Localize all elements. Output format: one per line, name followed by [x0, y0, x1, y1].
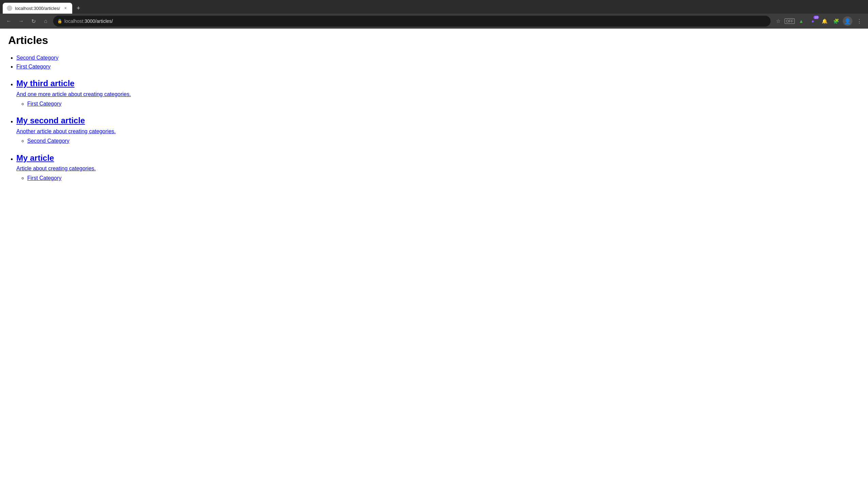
categories-list: Second Category First Category	[8, 53, 298, 71]
tab-favicon	[7, 5, 12, 11]
ext-off-icon: OFF	[785, 18, 795, 24]
extensions-icon: 🧩	[833, 18, 839, 24]
article-categories: First Category	[16, 174, 298, 183]
ext-badge-icon: ●	[811, 18, 814, 24]
badge-count: 10	[813, 16, 819, 19]
reload-button[interactable]: ↻	[29, 16, 38, 26]
star-icon: ☆	[776, 18, 780, 24]
page-title: Articles	[8, 34, 298, 47]
forward-icon: →	[18, 18, 24, 24]
article-categories: First Category	[16, 99, 298, 108]
new-tab-button[interactable]: +	[74, 3, 83, 13]
article-title-link[interactable]: My article	[16, 152, 54, 164]
list-item: First Category	[16, 62, 298, 71]
category-link-first[interactable]: First Category	[16, 64, 50, 69]
menu-button[interactable]: ⋮	[854, 16, 864, 26]
home-button[interactable]: ⌂	[41, 16, 50, 26]
list-item: Second Category	[27, 137, 298, 145]
address-url: localhost:3000/articles/	[64, 18, 766, 24]
article-title-link[interactable]: My second article	[16, 115, 85, 126]
list-item: First Category	[27, 174, 298, 183]
forward-button[interactable]: →	[16, 16, 26, 26]
list-item: First Category	[27, 99, 298, 108]
ext-triangle-button[interactable]: ▲	[796, 16, 806, 26]
address-path: 3000/articles/	[84, 18, 113, 24]
star-button[interactable]: ☆	[773, 16, 783, 26]
article-category-link[interactable]: Second Category	[27, 138, 69, 144]
list-item: Second Category	[16, 53, 298, 62]
article-body-link[interactable]: And one more article about creating cate…	[16, 91, 298, 97]
list-item: My article Article about creating catego…	[16, 152, 298, 183]
lock-icon: 🔒	[57, 19, 62, 24]
list-item: My second article Another article about …	[16, 115, 298, 145]
back-icon: ←	[6, 18, 12, 24]
article-body-link[interactable]: Article about creating categories.	[16, 166, 298, 172]
nav-actions: ☆ OFF ▲ ● 10 🔔 🧩 👤 ⋮	[773, 16, 864, 26]
ext-off-button[interactable]: OFF	[785, 16, 794, 26]
active-tab[interactable]: localhost:3000/articles/ ×	[3, 3, 72, 14]
browser-chrome: localhost:3000/articles/ × + ← → ↻ ⌂ 🔒 l…	[0, 0, 868, 29]
article-category-link[interactable]: First Category	[27, 175, 61, 181]
article-title-link[interactable]: My third article	[16, 78, 75, 89]
back-button[interactable]: ←	[4, 16, 14, 26]
profile-icon: 👤	[844, 18, 851, 25]
tab-title: localhost:3000/articles/	[15, 6, 60, 11]
ext-triangle-icon: ▲	[799, 18, 804, 24]
home-icon: ⌂	[44, 18, 47, 24]
article-category-link[interactable]: First Category	[27, 101, 61, 107]
reload-icon: ↻	[31, 18, 36, 25]
tab-bar: localhost:3000/articles/ × +	[0, 0, 868, 14]
article-body-link[interactable]: Another article about creating categorie…	[16, 128, 298, 135]
list-item: My third article And one more article ab…	[16, 78, 298, 108]
profile-button[interactable]: 👤	[843, 16, 852, 26]
page-content: Articles Second Category First Category …	[0, 29, 307, 203]
category-link-second[interactable]: Second Category	[16, 55, 59, 61]
ext-badge-button[interactable]: ● 10	[808, 16, 818, 26]
nav-bar: ← → ↻ ⌂ 🔒 localhost:3000/articles/ ☆ OFF	[0, 14, 868, 29]
article-categories: Second Category	[16, 137, 298, 145]
extensions-button[interactable]: 🧩	[831, 16, 841, 26]
menu-icon: ⋮	[857, 18, 862, 24]
articles-list: My third article And one more article ab…	[8, 78, 298, 183]
ext-alert-icon: 🔔	[822, 18, 827, 24]
address-prefix: localhost:	[64, 18, 84, 24]
ext-alert-button[interactable]: 🔔	[820, 16, 829, 26]
tab-close-button[interactable]: ×	[63, 5, 68, 11]
address-bar[interactable]: 🔒 localhost:3000/articles/	[53, 16, 771, 27]
